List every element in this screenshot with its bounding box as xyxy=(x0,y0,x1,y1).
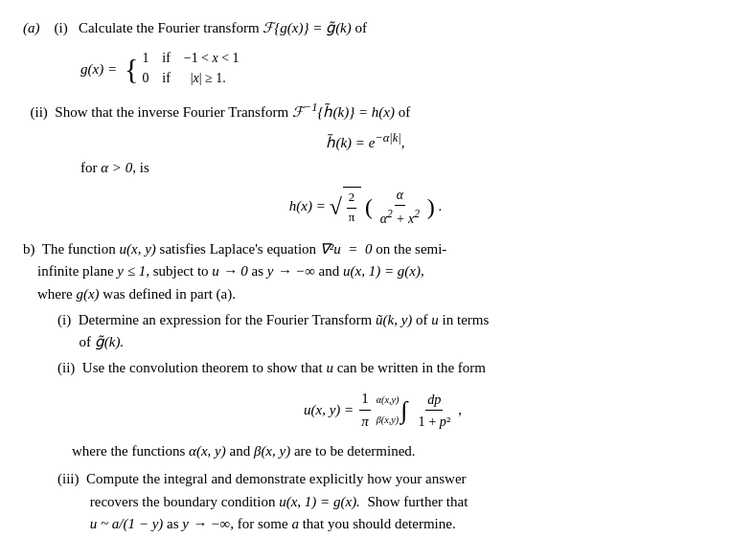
part-a-ii: (ii) Show that the inverse Fourier Trans… xyxy=(23,99,708,123)
problem-container: (a) (i) Calculate the Fourier transform … xyxy=(23,17,708,535)
part-a-header: (a) (i) Calculate the Fourier transform … xyxy=(23,17,708,39)
integral-limits: α(x,y) β(x,y) xyxy=(377,392,400,429)
hx-frac-den: α2 + x2 xyxy=(378,206,422,229)
sqrt-expression: √ 2 π xyxy=(330,187,362,228)
h-tilde-eq: h̃(k) = e−α|k|, xyxy=(23,129,708,154)
hx-lhs: h(x) = xyxy=(289,197,330,213)
hx-frac-num: α xyxy=(395,185,405,206)
part-b-i: (i) Determine an expression for the Four… xyxy=(57,309,708,354)
part-b-label: b) xyxy=(23,241,35,257)
part-a-ii-label: (ii) xyxy=(31,104,48,120)
sqrt-content: 2 π xyxy=(343,187,361,228)
where-functions-text: where the functions α(x, y) and β(x, y) … xyxy=(57,440,708,462)
part-b-i-text: (i) Determine an expression for the Four… xyxy=(57,309,708,354)
u-prefrac: 1 π xyxy=(359,388,371,434)
part-b-ii: (ii) Use the convolution theorem to show… xyxy=(57,357,708,462)
integrand-num: dp xyxy=(425,389,443,411)
part-a: (a) (i) Calculate the Fourier transform … xyxy=(23,17,708,229)
sqrt-frac-num: 2 xyxy=(347,189,356,209)
g-case-2: 0 if |x| ≥ 1. xyxy=(142,69,239,89)
u-equation: u(x, y) = 1 π α(x,y) β(x,y) ∫ dp 1 + p² … xyxy=(57,388,708,434)
h-tilde-lhs: h̃(k) = e−α|k|, xyxy=(326,135,404,150)
part-b: b) The function u(x, y) satisfies Laplac… xyxy=(23,238,708,535)
part-a-ii-text: (ii) Show that the inverse Fourier Trans… xyxy=(23,99,708,123)
sqrt-icon: √ xyxy=(330,197,342,216)
u-lhs: u(x, y) = xyxy=(304,399,354,421)
integral-icon: ∫ xyxy=(400,402,407,419)
u-prefrac-num: 1 xyxy=(359,388,371,411)
integrand-den: 1 + p² xyxy=(416,411,452,432)
part-a-i-label: (i) xyxy=(55,20,68,35)
integrand-frac: dp 1 + p² xyxy=(416,389,452,432)
hx-frac: α α2 + x2 xyxy=(378,185,422,229)
g-brace-system: { 1 if −1 < x < 1 0 if |x| ≥ 1. xyxy=(125,49,239,89)
open-paren-icon: ( xyxy=(365,193,373,218)
part-b-ii-text: (ii) Use the convolution theorem to show… xyxy=(57,357,708,379)
part-a-label: (a) xyxy=(23,20,40,35)
integral-comma: , xyxy=(458,399,462,421)
close-paren-icon: ) xyxy=(427,193,435,218)
sqrt-frac: 2 π xyxy=(347,189,356,228)
g-cases: 1 if −1 < x < 1 0 if |x| ≥ 1. xyxy=(142,49,239,89)
for-alpha-text: for α > 0, is xyxy=(80,157,708,179)
brace-icon: { xyxy=(125,56,138,81)
as-text: as xyxy=(167,516,179,531)
g-lhs: g(x) = xyxy=(80,58,117,80)
sqrt-frac-den: π xyxy=(347,209,356,228)
g-case-1: 1 if −1 < x < 1 xyxy=(142,49,239,69)
part-b-intro: b) The function u(x, y) satisfies Laplac… xyxy=(23,238,708,305)
was-defined-text: was defined in part (a). xyxy=(103,286,236,302)
u-prefrac-den: π xyxy=(359,411,371,433)
part-b-iii: (iii) Compute the integral and demonstra… xyxy=(57,468,708,535)
integral-lower: β(x,y) xyxy=(377,413,399,428)
part-a-i-text: Calculate the Fourier transform ℱ{g(x)} … xyxy=(79,20,367,35)
part-b-iii-text: (iii) Compute the integral and demonstra… xyxy=(57,468,708,535)
integral-expression: α(x,y) β(x,y) ∫ xyxy=(377,392,409,429)
g-definition: g(x) = { 1 if −1 < x < 1 0 if |x| ≥ 1. xyxy=(80,49,708,89)
hx-equation: h(x) = √ 2 π ( α α2 + x2 ) . xyxy=(23,185,708,229)
integral-upper: α(x,y) xyxy=(377,392,400,408)
